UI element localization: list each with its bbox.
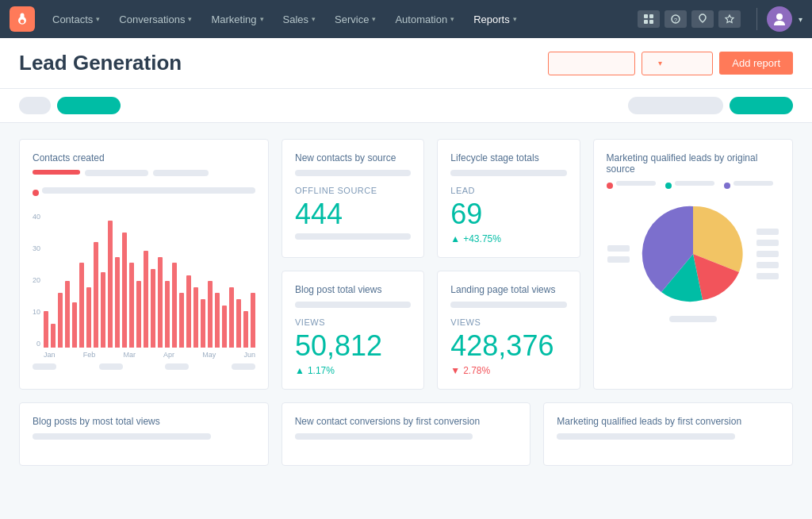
contacts-created-title: Contacts created [33, 152, 255, 163]
nav-icon-4[interactable] [718, 10, 741, 28]
main-content: Contacts created 40 30 20 10 0 [0, 123, 812, 482]
blog-post-title: Blog post total views [295, 284, 411, 295]
legend-bar-1 [33, 170, 80, 175]
legend-dot-purple [724, 183, 730, 189]
bottom-card-2-title: New contact conversions by first convers… [295, 416, 518, 427]
new-contacts-value: 444 [295, 200, 411, 229]
lifecycle-card: Lifecycle stage totals LEAD 69 ▲ +43.75% [437, 139, 580, 258]
filter-pill-2[interactable] [628, 97, 723, 114]
filter-pill-1[interactable] [19, 97, 51, 114]
legend-dot-red [607, 183, 613, 189]
new-contacts-label: OFFLINE SOURCE [295, 186, 411, 195]
x-axis-pills [33, 363, 255, 375]
mql-legend-top [607, 181, 779, 190]
bar [186, 275, 191, 348]
filter-pill-teal[interactable] [57, 97, 121, 114]
y-axis: 40 30 20 10 0 [33, 205, 40, 348]
new-contacts-card: New contacts by source OFFLINE SOURCE 44… [282, 139, 424, 258]
svg-rect-3 [649, 20, 653, 24]
nav-icon-3[interactable] [691, 10, 714, 28]
bottom-card-1: Blog posts by most total views [19, 402, 269, 466]
user-avatar[interactable] [767, 6, 792, 32]
bar [51, 324, 56, 348]
legend-bar-2 [85, 170, 148, 176]
bar [94, 242, 98, 348]
bottom-card-2: New contact conversions by first convers… [282, 402, 531, 466]
x-axis: Jan Feb Mar Apr May Jun [44, 351, 255, 359]
bar [136, 281, 141, 348]
nav-conversations[interactable]: Conversations ▾ [111, 0, 200, 38]
blog-post-change: ▲ 1.17% [295, 365, 411, 376]
filter-pill-teal-right[interactable] [730, 97, 793, 114]
bar [201, 299, 205, 348]
bar [193, 287, 198, 348]
lifecycle-change: ▲ +43.75% [450, 233, 566, 244]
landing-page-card: Landing page total views VIEWS 428,376 ▼… [437, 271, 580, 390]
nav-automation[interactable]: Automation ▾ [387, 0, 462, 38]
nav-icon-1[interactable] [638, 10, 660, 28]
bar [165, 281, 170, 348]
bar [215, 293, 220, 348]
nav-service[interactable]: Service ▾ [327, 0, 384, 38]
hubspot-logo[interactable] [10, 6, 35, 32]
nav-marketing[interactable]: Marketing ▾ [203, 0, 271, 38]
svg-rect-0 [644, 14, 648, 18]
nav-icon-2[interactable]: ? [665, 10, 687, 28]
bar-chart-wrapper: 40 30 20 10 0 Jan Feb Mar Apr May Jun [33, 205, 255, 359]
lifecycle-label: LEAD [450, 186, 566, 195]
filter-button-2[interactable]: ▾ [642, 52, 713, 75]
nav-reports[interactable]: Reports ▾ [465, 0, 525, 38]
mql-title: Marketing qualified leads by original so… [607, 152, 779, 175]
landing-page-value: 428,376 [450, 332, 566, 360]
bar [144, 251, 148, 348]
contacts-created-card: Contacts created 40 30 20 10 0 [19, 139, 269, 390]
page-title: Lead Generation [19, 51, 182, 75]
add-report-button[interactable]: Add report [719, 52, 793, 75]
bottom-grid: Blog posts by most total views New conta… [19, 402, 793, 466]
lifecycle-title: Lifecycle stage totals [450, 152, 566, 163]
contacts-legend-row [33, 187, 255, 198]
blog-post-label: VIEWS [295, 317, 411, 327]
filter-bar [0, 89, 812, 123]
filter-right [628, 97, 793, 114]
navigation: Contacts ▾ Conversations ▾ Marketing ▾ S… [0, 0, 812, 38]
bar [72, 302, 77, 348]
svg-rect-2 [644, 20, 648, 24]
pie-svg [638, 198, 749, 309]
pie-legend-left [607, 245, 630, 263]
mql-chart-card: Marketing qualified leads by original so… [593, 139, 793, 390]
svg-point-6 [776, 13, 783, 20]
new-contacts-title: New contacts by source [295, 152, 411, 163]
bar [86, 287, 91, 348]
legend-dot-teal [665, 183, 672, 189]
nav-divider [756, 8, 757, 30]
bar [243, 311, 248, 348]
landing-page-change: ▼ 2.78% [450, 365, 566, 376]
nav-sales[interactable]: Sales ▾ [275, 0, 324, 38]
bottom-card-3: Marketing qualified leads by first conve… [543, 402, 793, 466]
bottom-card-3-title: Marketing qualified leads by first conve… [557, 416, 779, 427]
bar [108, 221, 113, 348]
filter-button-1[interactable] [548, 52, 635, 75]
landing-page-title: Landing page total views [450, 284, 566, 295]
bar [179, 293, 184, 348]
bottom-card-1-title: Blog posts by most total views [33, 416, 255, 427]
nav-settings-caret[interactable]: ▾ [799, 15, 802, 24]
nav-contacts[interactable]: Contacts ▾ [44, 0, 108, 38]
pie-chart-area [607, 198, 779, 309]
bar [236, 299, 241, 348]
bar [101, 272, 105, 348]
bar [222, 306, 227, 348]
bar [65, 281, 70, 348]
svg-text:?: ? [674, 17, 678, 24]
top-grid: Contacts created 40 30 20 10 0 [19, 139, 793, 390]
page-header: Lead Generation ▾ Add report [0, 38, 812, 89]
bar [172, 263, 177, 348]
pie-bottom-label [607, 316, 779, 327]
bar [58, 293, 63, 348]
contacts-legend [33, 170, 255, 181]
bar-chart [44, 205, 255, 348]
header-actions: ▾ Add report [548, 52, 793, 75]
bar [208, 281, 213, 348]
landing-page-label: VIEWS [450, 317, 566, 327]
